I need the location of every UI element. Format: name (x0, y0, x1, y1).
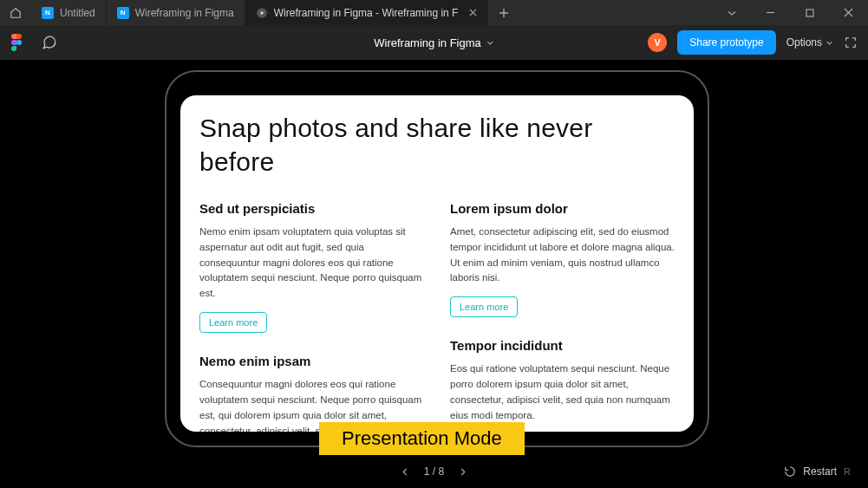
avatar[interactable]: V (648, 33, 667, 52)
block-body: Amet, consectetur adipiscing elit, sed d… (450, 224, 675, 286)
restart-shortcut: R (844, 466, 851, 477)
title-text: Wireframing in Figma (374, 36, 481, 49)
maximize-button[interactable] (790, 0, 829, 25)
prototype-screen[interactable]: Snap photos and share like never before … (180, 95, 694, 432)
page-indicator: 1 / 8 (424, 465, 444, 478)
close-window-button[interactable] (829, 0, 868, 25)
document-title[interactable]: Wireframing in Figma (374, 36, 494, 49)
home-button[interactable] (0, 0, 31, 25)
toolbar: Wireframing in Figma V Share prototype O… (0, 25, 868, 60)
fullscreen-icon[interactable] (844, 36, 858, 49)
tab-wireframing-prototype[interactable]: Wireframing in Figma - Wireframing in F (245, 0, 489, 25)
block-body: Eos qui ratione voluptatem sequi nesciun… (450, 361, 675, 423)
block-title: Tempor incididunt (450, 338, 675, 353)
content-block: Sed ut perspiciatis Nemo enim ipsam volu… (199, 201, 424, 333)
block-title: Lorem ipsum dolor (450, 201, 675, 216)
content-block: Lorem ipsum dolor Amet, consectetur adip… (450, 201, 675, 317)
title-bar: N Untitled N Wireframing in Figma Wirefr… (0, 0, 868, 25)
figma-file-icon: N (42, 7, 54, 19)
prev-frame-button[interactable] (401, 467, 410, 477)
tab-untitled[interactable]: N Untitled (31, 0, 107, 25)
svg-point-2 (16, 40, 22, 45)
prototype-stage: Snap photos and share like never before … (0, 60, 868, 488)
play-icon (256, 7, 268, 19)
tab-label: Wireframing in Figma - Wireframing in F (274, 7, 459, 19)
close-tab-icon[interactable] (469, 9, 477, 16)
options-menu[interactable]: Options (786, 36, 833, 49)
minimize-button[interactable] (751, 0, 790, 25)
content-block: Nemo enim ipsam Consequuntur magni dolor… (199, 354, 424, 432)
content-block: Tempor incididunt Eos qui ratione volupt… (450, 338, 675, 423)
share-prototype-button[interactable]: Share prototype (677, 30, 775, 55)
block-body: Nemo enim ipsam voluptatem quia voluptas… (199, 224, 424, 302)
tab-label: Untitled (60, 7, 95, 19)
chevron-down-icon (826, 39, 833, 47)
avatar-initial: V (655, 37, 661, 48)
caption-overlay: Presentation Mode (319, 422, 525, 455)
restart-icon[interactable] (784, 465, 796, 478)
figma-file-icon: N (117, 7, 129, 19)
window-controls (712, 0, 868, 25)
window-dropdown[interactable] (712, 0, 751, 25)
restart-label[interactable]: Restart (803, 465, 837, 478)
learn-more-button[interactable]: Learn more (450, 296, 518, 317)
new-tab-button[interactable] (488, 0, 519, 25)
svg-rect-1 (806, 10, 813, 16)
tablet-frame: Snap photos and share like never before … (165, 70, 709, 447)
page-heading: Snap photos and share like never before (199, 111, 675, 179)
block-title: Sed ut perspiciatis (199, 201, 424, 216)
tab-wireframing[interactable]: N Wireframing in Figma (107, 0, 245, 25)
comments-icon[interactable] (36, 35, 62, 50)
tab-label: Wireframing in Figma (135, 7, 234, 19)
next-frame-button[interactable] (458, 467, 467, 477)
block-title: Nemo enim ipsam (199, 354, 424, 368)
options-label: Options (786, 36, 822, 49)
learn-more-button[interactable]: Learn more (199, 312, 267, 333)
chevron-down-icon (486, 39, 494, 47)
prototype-footer: 1 / 8 Restart R (0, 465, 868, 478)
figma-logo[interactable] (10, 34, 29, 51)
